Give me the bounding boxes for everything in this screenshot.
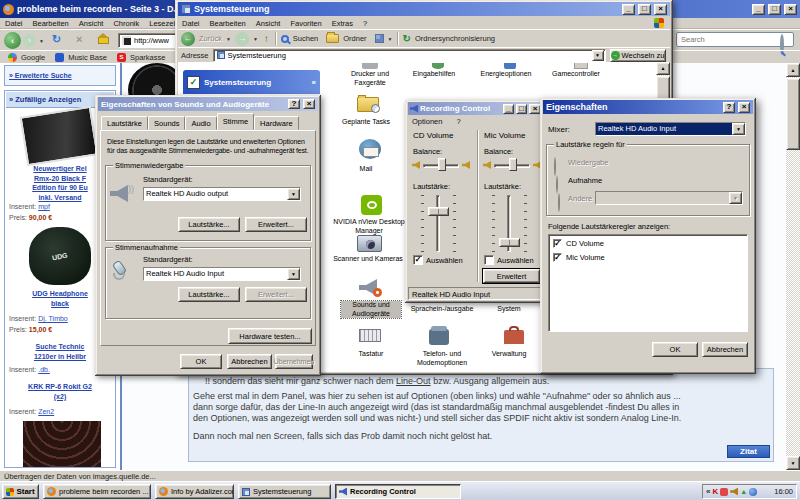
test-hardware-button[interactable]: Hardware testen... (228, 328, 312, 344)
tray-antivirus-icon[interactable]: ▲ (740, 488, 747, 495)
advanced-button[interactable]: Erweitert (483, 269, 540, 283)
bookmark-sparkasse[interactable]: Sparkasse (130, 53, 165, 62)
tab-lautstaerke[interactable]: Lautstärke (101, 116, 148, 130)
minimize-icon[interactable]: _ (752, 4, 765, 15)
cp-item-geplante-tasks[interactable]: Geplante Tasks (333, 118, 399, 127)
ad4-seller-link[interactable]: Zen2 (38, 408, 54, 415)
scroll-up-icon[interactable]: ▲ (786, 63, 800, 77)
cp-item-drucker-faxgeraete[interactable]: Drucker und Faxgeräte (333, 70, 407, 87)
ad4-image[interactable] (23, 421, 101, 467)
menu-favoriten[interactable]: Favoriten (290, 19, 321, 28)
post-lineout-link[interactable]: Line-Out (396, 376, 431, 386)
back-label[interactable]: Zurück (199, 34, 222, 43)
forward-dropdown-icon[interactable]: ▼ (253, 36, 258, 42)
playback-device-combo[interactable]: Realtek HD Audio output ▼ (143, 187, 301, 201)
advanced-search-link[interactable]: » Erweiterte Suche (9, 71, 72, 81)
task-button-info[interactable]: Info by Adalizer.com - M... (155, 484, 234, 499)
close-icon[interactable]: × (738, 102, 750, 113)
search-input[interactable] (676, 32, 794, 47)
back-icon[interactable]: ← (181, 32, 195, 46)
scroll-up-icon[interactable]: ▲ (656, 62, 670, 75)
cp-item-nvidia[interactable]: NVIDIA nView Desktop Manager (329, 218, 409, 235)
menu-datei[interactable]: Datei (5, 19, 23, 28)
cp-item-telefon-modem[interactable]: Telefon- und Modemoptionen (401, 350, 483, 367)
ad2-seller-link[interactable]: Dj. Timbo (38, 315, 68, 322)
ad4-link[interactable]: KRK RP-6 Rokit G2 (x2) (5, 382, 115, 401)
task-button-systemsteuerung[interactable]: Systemsteuerung (238, 484, 331, 499)
ok-button[interactable]: OK (652, 342, 698, 357)
stop-icon[interactable]: × (76, 33, 82, 45)
dropdown-icon[interactable]: ▼ (287, 268, 300, 280)
task-button-forum[interactable]: probleme beim recorden ... (43, 484, 151, 499)
dropdown-icon[interactable]: ▼ (287, 188, 300, 200)
search-label[interactable]: Suchen (293, 34, 318, 43)
close-icon[interactable]: × (784, 4, 797, 15)
scroll-down-icon[interactable]: ▼ (786, 456, 800, 470)
mic-volume-slider[interactable] (499, 238, 520, 247)
verwaltung-icon[interactable] (504, 330, 524, 344)
maximize-icon[interactable]: □ (516, 104, 527, 114)
cd-balance-slider[interactable] (438, 158, 446, 171)
cp-item-mail[interactable]: Mail (347, 165, 385, 174)
views-icon[interactable] (375, 34, 384, 43)
bookmark-musicbase[interactable]: Music Base (68, 53, 107, 62)
minimize-icon[interactable]: _ (622, 4, 635, 15)
controls-listbox[interactable]: ✓ CD Volume ✓ Mic Volume (548, 234, 748, 332)
capture-radio[interactable] (556, 175, 558, 194)
minimize-icon[interactable]: _ (503, 104, 514, 114)
tab-hardware[interactable]: Hardware (254, 116, 299, 130)
go-button[interactable]: → Wechseln zu (610, 49, 666, 62)
reload-icon[interactable]: ↻ (52, 33, 61, 46)
tray-volume-icon[interactable] (730, 488, 738, 496)
icon-drucker-sliver[interactable] (362, 63, 378, 69)
help-icon[interactable]: ? (723, 102, 735, 113)
cd-volume-track[interactable] (436, 195, 440, 252)
cp-item-scanner-kameras[interactable]: Scanner und Kameras (326, 255, 410, 264)
tray-kmplayer-icon[interactable]: K (712, 487, 718, 496)
menu-ansicht[interactable]: Ansicht (79, 19, 104, 28)
close-icon[interactable]: × (303, 99, 315, 109)
cp-taskpane-header[interactable]: ✓ Systemsteuerung « (183, 70, 320, 94)
menu-chronik[interactable]: Chronik (113, 19, 139, 28)
menu-datei[interactable]: Datei (182, 19, 200, 28)
menu-hilfe[interactable]: ? (363, 19, 367, 28)
dropdown-icon[interactable]: ▼ (732, 123, 745, 135)
folders-icon[interactable] (326, 34, 339, 43)
icon-eingabehilfen-sliver[interactable] (432, 63, 444, 69)
tray-chevron-icon[interactable]: « (706, 487, 710, 496)
sync-icon[interactable]: ↻ (403, 33, 411, 44)
cp-titlebar[interactable]: Systemsteuerung _ □ × (178, 2, 670, 16)
menu-hilfe[interactable]: ? (456, 117, 460, 126)
scanner-kamera-icon[interactable] (357, 235, 382, 252)
recording-titlebar[interactable]: Recording Control _ □ × (408, 102, 543, 115)
cp-item-system[interactable]: System (478, 305, 540, 314)
mixer-combo[interactable]: Realtek HD Audio Input ▼ (595, 122, 746, 136)
mic-balance-slider[interactable] (509, 158, 517, 171)
nvidia-icon[interactable] (361, 195, 382, 215)
ad1-seller-link[interactable]: mpf (38, 203, 50, 210)
ad3-seller-link[interactable]: .db. (38, 366, 50, 373)
cp-item-sprachein-ausgabe[interactable]: Sprachein-/ausgabe (403, 305, 481, 314)
ad2-image[interactable]: UDG (29, 227, 91, 285)
mic-select-checkbox[interactable] (484, 255, 494, 265)
mic-volume-item[interactable]: Mic Volume (566, 253, 605, 262)
tab-audio[interactable]: Audio (185, 116, 216, 130)
collapse-chevron-icon[interactable]: « (312, 78, 316, 87)
forward-icon[interactable]: → (235, 32, 249, 46)
cp-item-gamecontroller[interactable]: Gamecontroller (542, 70, 610, 79)
close-icon[interactable]: × (654, 4, 667, 15)
bookmark-google[interactable]: Google (21, 53, 45, 62)
mic-volume-checkbox[interactable]: ✓ (553, 253, 562, 262)
capture-volume-button[interactable]: Lautstärke... (178, 287, 240, 302)
cp-item-sounds-audiogeraete[interactable]: Sounds und Audiogeräte (341, 301, 401, 318)
cd-volume-checkbox[interactable]: ✓ (553, 239, 562, 248)
cancel-button[interactable]: Abbrechen (227, 354, 272, 369)
icon-gamecontroller-sliver[interactable] (574, 63, 588, 69)
task-button-recording-control[interactable]: Recording Control (335, 484, 461, 499)
start-button[interactable]: Start (2, 484, 39, 499)
ok-button[interactable]: OK (180, 354, 222, 369)
tab-sounds[interactable]: Sounds (148, 116, 185, 130)
sync-label[interactable]: Ordnersynchronisierung (415, 34, 495, 43)
tab-stimme[interactable]: Stimme (217, 113, 254, 130)
back-dropdown-icon[interactable]: ▼ (39, 38, 44, 44)
